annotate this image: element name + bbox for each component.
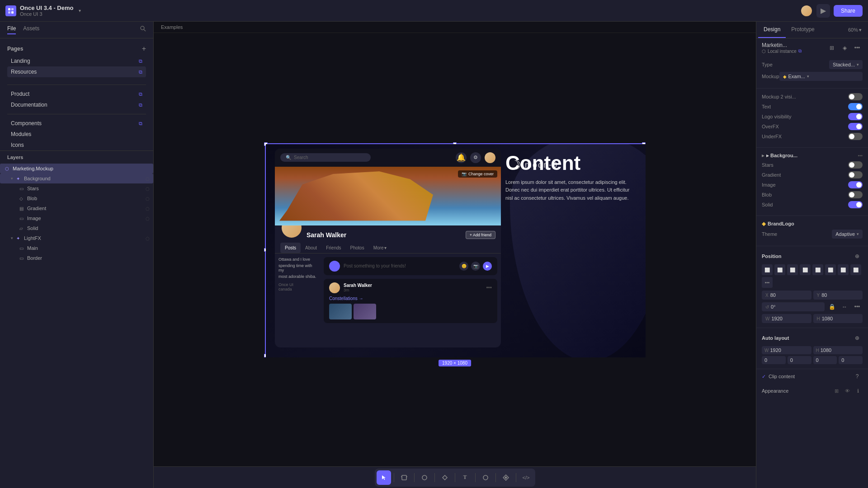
post-placeholder[interactable]: Post something to your friends! <box>344 263 456 268</box>
underfx-toggle[interactable] <box>848 133 863 140</box>
layer-stars-toggle[interactable]: ◌ <box>146 186 150 191</box>
layer-collapse-icon[interactable]: ▾ <box>11 176 13 181</box>
appearance-eye-icon[interactable]: 👁 <box>843 386 852 395</box>
layer-border[interactable]: ▭ Border <box>0 253 153 263</box>
align-center-h-icon[interactable]: ⬜ <box>774 264 785 275</box>
flip-icon[interactable]: ↔ <box>839 301 850 312</box>
more-icon[interactable]: ••• <box>852 42 863 53</box>
distribute-v-icon[interactable]: ⬜ <box>850 264 861 275</box>
image-icon[interactable]: 📷 <box>471 262 480 271</box>
tab-more[interactable]: More ▾ <box>369 243 392 253</box>
bg-expand-icon[interactable]: ▸ <box>762 152 764 159</box>
position-settings-icon[interactable]: ⊕ <box>852 251 863 262</box>
distribute-h-icon[interactable]: ⬜ <box>800 264 811 275</box>
tab-assets[interactable]: Assets <box>23 25 39 34</box>
tool-circle[interactable] <box>417 470 432 485</box>
x-field[interactable]: X 80 <box>762 291 811 300</box>
feed-more-btn[interactable]: ••• <box>486 285 492 291</box>
video-icon[interactable]: ▶ <box>483 262 492 271</box>
page-landing[interactable]: Landing ⧉ <box>7 56 146 66</box>
nav-documentation[interactable]: Documentation ⧉ <box>0 99 153 110</box>
rotation-field[interactable]: ↺ 0° <box>762 302 825 311</box>
project-chevron[interactable]: ▾ <box>79 8 81 13</box>
layer-stars[interactable]: ▭ Stars ◌ <box>0 183 153 193</box>
blob-toggle[interactable] <box>848 191 863 198</box>
tab-file[interactable]: File <box>7 25 16 34</box>
logo-toggle[interactable] <box>848 113 863 120</box>
appearance-grid-icon[interactable]: ⊞ <box>832 386 841 395</box>
spacing-field-1[interactable]: 0 <box>762 356 786 364</box>
settings-icon[interactable]: ⚙ <box>470 152 481 163</box>
layer-marketing-mockup[interactable]: ⬡ Marketing.Mockup <box>0 164 153 174</box>
layer-lightfx[interactable]: ▾ ✦ LightFX ◌ <box>0 233 153 243</box>
layer-blob[interactable]: ◇ Blob ◌ <box>0 193 153 203</box>
profile-avatar-icon[interactable] <box>485 152 495 163</box>
tool-component[interactable] <box>499 470 513 485</box>
layer-lightfx-collapse[interactable]: ▾ <box>11 236 13 240</box>
stars-toggle[interactable] <box>848 161 863 169</box>
appearance-info-icon[interactable]: ℹ <box>854 386 863 395</box>
y-field[interactable]: Y 80 <box>813 291 863 300</box>
solid-toggle[interactable] <box>848 201 863 208</box>
feed-link[interactable]: Constellations → <box>329 296 492 301</box>
layer-main[interactable]: ▭ Main <box>0 243 153 253</box>
lock-icon[interactable]: 🔒 <box>826 301 837 312</box>
style-icon[interactable]: ◈ <box>839 42 850 53</box>
image-toggle[interactable] <box>848 181 863 188</box>
spacing-field-2[interactable]: 0 <box>788 356 811 364</box>
gradient-toggle[interactable] <box>848 171 863 178</box>
type-dropdown[interactable]: Stacked... ▾ <box>829 60 863 69</box>
align-right-icon[interactable]: ⬜ <box>787 264 798 275</box>
text-toggle[interactable] <box>848 103 863 110</box>
search-bar[interactable]: 🔍 Search <box>280 153 371 162</box>
layer-background[interactable]: ▾ ✦ Background ◌ <box>0 174 153 183</box>
tab-design[interactable]: Design <box>758 22 786 38</box>
w-field[interactable]: W 1920 <box>762 314 811 323</box>
tool-text[interactable]: T <box>458 470 472 485</box>
change-cover-btn[interactable]: 📷 Change cover <box>458 170 497 178</box>
play-button[interactable]: ▶ <box>816 4 830 18</box>
nav-icons[interactable]: Icons <box>0 140 153 150</box>
clip-help-icon[interactable]: ? <box>852 371 863 382</box>
emoji-icon[interactable]: 😊 <box>459 262 468 271</box>
tool-frame[interactable] <box>397 470 411 485</box>
layer-blob-toggle[interactable]: ◌ <box>146 196 150 201</box>
tool-ellipse[interactable] <box>478 470 493 485</box>
al-w-field[interactable]: W 1920 <box>762 346 811 354</box>
spacing-field-3[interactable]: 0 <box>813 356 837 364</box>
spacing-field-4[interactable]: 0 <box>839 356 863 364</box>
search-icon[interactable] <box>140 25 146 34</box>
clip-check-icon[interactable]: ✓ <box>762 374 766 380</box>
layer-image[interactable]: ▭ Image ◌ <box>0 213 153 223</box>
mockup-dropdown[interactable]: ◆ Exam... ▾ <box>779 72 863 81</box>
tab-prototype[interactable]: Prototype <box>786 22 820 38</box>
nav-components[interactable]: Components ⧉ <box>0 118 153 129</box>
layer-image-toggle[interactable]: ◌ <box>146 216 150 221</box>
align-bottom-icon[interactable]: ⬜ <box>838 264 849 275</box>
h-field[interactable]: H 1080 <box>813 314 863 323</box>
tool-select[interactable] <box>377 470 391 485</box>
nav-product[interactable]: Product ⧉ <box>0 89 153 99</box>
tab-about[interactable]: About <box>301 243 321 253</box>
mockup2-toggle[interactable] <box>848 93 863 100</box>
autolayout-settings-icon[interactable]: ⊕ <box>852 333 863 343</box>
overfx-toggle[interactable] <box>848 123 863 130</box>
tool-pen[interactable] <box>438 470 452 485</box>
theme-dropdown[interactable]: Adaptive ▾ <box>832 230 863 239</box>
align-left-icon[interactable]: ⬜ <box>762 264 773 275</box>
page-resources[interactable]: Resources ⧉ <box>7 66 146 77</box>
bg-more-icon[interactable]: ••• <box>858 153 863 158</box>
add-friend-button[interactable]: + Add friend <box>466 231 495 239</box>
notif-icon[interactable]: 🔔 <box>456 152 467 163</box>
share-button[interactable]: Share <box>834 5 863 17</box>
nav-modules[interactable]: Modules <box>0 129 153 140</box>
zoom-control[interactable]: 60% ▾ <box>845 25 864 35</box>
tab-photos[interactable]: Photos <box>346 243 369 253</box>
more-align-icon[interactable]: ••• <box>762 277 773 288</box>
canvas-content[interactable]: ☽ moon-0 🔍 Search <box>154 33 756 466</box>
tab-friends[interactable]: Friends <box>321 243 345 253</box>
design-frame[interactable]: ☽ moon-0 🔍 Search <box>265 143 645 357</box>
layer-bg-toggle[interactable]: ◌ <box>146 176 150 181</box>
tab-posts[interactable]: Posts <box>280 243 301 253</box>
add-page-button[interactable]: + <box>142 45 146 53</box>
